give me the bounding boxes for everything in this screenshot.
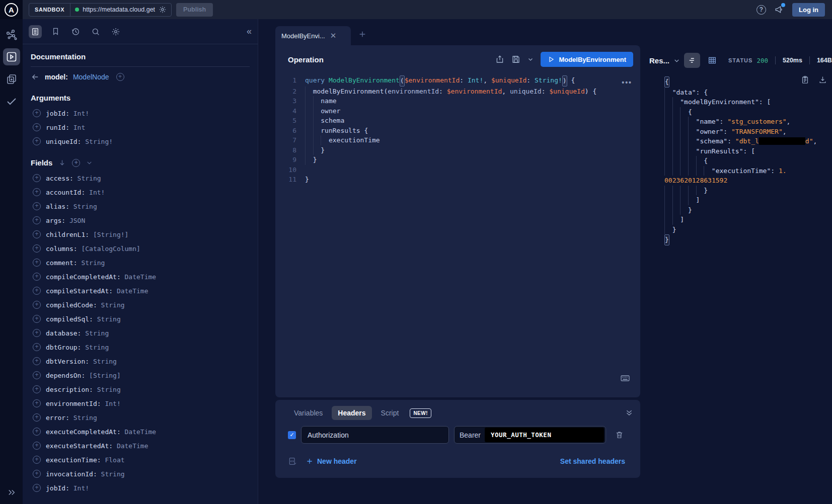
- sidebar-item-checks[interactable]: [3, 93, 20, 110]
- field-type[interactable]: Float: [101, 456, 125, 464]
- field-type[interactable]: String: [89, 358, 117, 365]
- field-type[interactable]: [CatalogColumn]: [78, 245, 140, 253]
- add-to-operation-icon[interactable]: +: [33, 174, 41, 182]
- field-name[interactable]: columns:: [46, 245, 78, 253]
- field-name[interactable]: executeStartedAt:: [46, 442, 113, 450]
- field-type[interactable]: String: [97, 301, 125, 309]
- field-name[interactable]: dependsOn:: [46, 372, 85, 379]
- field-type[interactable]: String: [78, 259, 105, 267]
- expand-rail-button[interactable]: [0, 488, 23, 497]
- field-name[interactable]: environmentId:: [46, 400, 101, 407]
- publish-button[interactable]: Publish: [176, 3, 213, 17]
- download-response-icon[interactable]: [818, 75, 827, 84]
- field-name[interactable]: invocationId:: [46, 470, 97, 478]
- field-type[interactable]: DateTime: [121, 428, 156, 436]
- sort-icon[interactable]: [58, 159, 66, 166]
- tab-headers[interactable]: Headers: [332, 406, 371, 420]
- save-operation-icon[interactable]: [511, 55, 520, 64]
- new-header-button[interactable]: New header: [306, 457, 357, 465]
- help-icon[interactable]: ?: [757, 5, 766, 15]
- tab-saved-operations[interactable]: [49, 25, 62, 38]
- field-type[interactable]: String: [81, 344, 109, 351]
- add-all-fields-icon[interactable]: +: [116, 73, 124, 81]
- apollo-logo[interactable]: A: [0, 0, 23, 19]
- login-button[interactable]: Log in: [792, 3, 825, 17]
- field-name[interactable]: alias:: [46, 203, 69, 210]
- field-type[interactable]: String: [93, 386, 121, 393]
- run-operation-button[interactable]: ModelByEnvironment: [541, 52, 633, 67]
- field-name[interactable]: compiledCode:: [46, 301, 97, 309]
- response-chevron-icon[interactable]: [673, 57, 680, 64]
- tab-settings[interactable]: [109, 25, 122, 38]
- more-options-icon[interactable]: •••: [622, 78, 632, 87]
- add-to-operation-icon[interactable]: +: [33, 244, 41, 253]
- field-type[interactable]: Int!: [85, 189, 105, 196]
- add-to-operation-icon[interactable]: +: [33, 188, 41, 196]
- header-value-input[interactable]: Bearer YOUR_AUTH_TOKEN: [454, 426, 606, 444]
- add-to-operation-icon[interactable]: +: [33, 456, 41, 464]
- collapse-docs-panel-icon[interactable]: «: [247, 26, 252, 37]
- field-name[interactable]: accountId:: [46, 189, 85, 196]
- field-name[interactable]: childrenL1:: [46, 231, 89, 238]
- field-name[interactable]: executionTime:: [46, 456, 101, 464]
- field-name[interactable]: compileStartedAt:: [46, 287, 113, 295]
- add-to-operation-icon[interactable]: +: [33, 123, 41, 131]
- field-name[interactable]: dbtVersion:: [46, 358, 89, 365]
- field-name[interactable]: error:: [46, 414, 69, 422]
- collapse-panel-icon[interactable]: [625, 409, 633, 417]
- table-view-toggle[interactable]: [704, 53, 720, 68]
- keyboard-shortcuts-icon[interactable]: [620, 373, 630, 383]
- add-to-operation-icon[interactable]: +: [33, 371, 41, 379]
- field-name[interactable]: jobId:: [46, 110, 69, 117]
- new-tab-button[interactable]: [358, 30, 366, 38]
- preview-script-icon[interactable]: [288, 457, 297, 466]
- add-to-operation-icon[interactable]: +: [33, 428, 41, 436]
- add-to-operation-icon[interactable]: +: [33, 202, 41, 210]
- field-name[interactable]: comment:: [46, 259, 78, 267]
- add-to-operation-icon[interactable]: +: [33, 399, 41, 407]
- tab-search[interactable]: [89, 25, 102, 38]
- breadcrumb-type-link[interactable]: ModelNode: [73, 73, 109, 81]
- tab-documentation[interactable]: [29, 25, 42, 38]
- sidebar-item-changelog[interactable]: [3, 70, 20, 88]
- tab-history[interactable]: [69, 25, 82, 38]
- back-arrow-icon[interactable]: [31, 72, 40, 81]
- field-name[interactable]: executeCompletedAt:: [46, 428, 121, 436]
- add-to-operation-icon[interactable]: +: [33, 301, 41, 309]
- connection-settings-icon[interactable]: [159, 6, 167, 14]
- add-to-operation-icon[interactable]: +: [33, 357, 41, 365]
- field-type[interactable]: DateTime: [113, 287, 148, 295]
- add-to-operation-icon[interactable]: +: [33, 329, 41, 337]
- add-to-operation-icon[interactable]: +: [33, 216, 41, 224]
- sidebar-item-schema[interactable]: [3, 26, 20, 43]
- copy-response-icon[interactable]: [801, 75, 809, 84]
- tree-view-toggle[interactable]: [684, 53, 700, 68]
- field-type[interactable]: Int: [69, 124, 85, 131]
- field-type[interactable]: String: [97, 470, 125, 478]
- field-name[interactable]: dbtGroup:: [46, 344, 81, 351]
- add-to-operation-icon[interactable]: +: [33, 442, 41, 450]
- field-type[interactable]: DateTime: [121, 273, 156, 281]
- header-key-input[interactable]: Authorization: [301, 426, 449, 444]
- add-to-operation-icon[interactable]: +: [33, 287, 41, 295]
- chevron-down-icon[interactable]: [86, 159, 93, 166]
- field-type[interactable]: Int!: [69, 484, 89, 492]
- operation-tab[interactable]: ModelByEnvi... ✕: [275, 26, 351, 45]
- field-type[interactable]: JSON: [65, 217, 85, 224]
- field-name[interactable]: compileCompletedAt:: [46, 273, 121, 281]
- add-to-operation-icon[interactable]: +: [33, 109, 41, 117]
- field-name[interactable]: access:: [46, 175, 73, 182]
- add-to-operation-icon[interactable]: +: [33, 385, 41, 393]
- field-type[interactable]: String: [81, 329, 109, 337]
- field-name[interactable]: uniqueId:: [46, 138, 81, 145]
- add-fields-icon[interactable]: +: [72, 159, 80, 167]
- field-name[interactable]: args:: [46, 217, 65, 224]
- field-type[interactable]: String: [73, 175, 101, 182]
- add-to-operation-icon[interactable]: +: [33, 137, 41, 145]
- add-to-operation-icon[interactable]: +: [33, 273, 41, 281]
- field-type[interactable]: String: [93, 315, 121, 323]
- set-shared-headers-button[interactable]: Set shared headers: [560, 457, 625, 465]
- field-type[interactable]: [String!]: [89, 231, 128, 238]
- add-to-operation-icon[interactable]: +: [33, 230, 41, 238]
- announcements-icon[interactable]: [774, 5, 784, 15]
